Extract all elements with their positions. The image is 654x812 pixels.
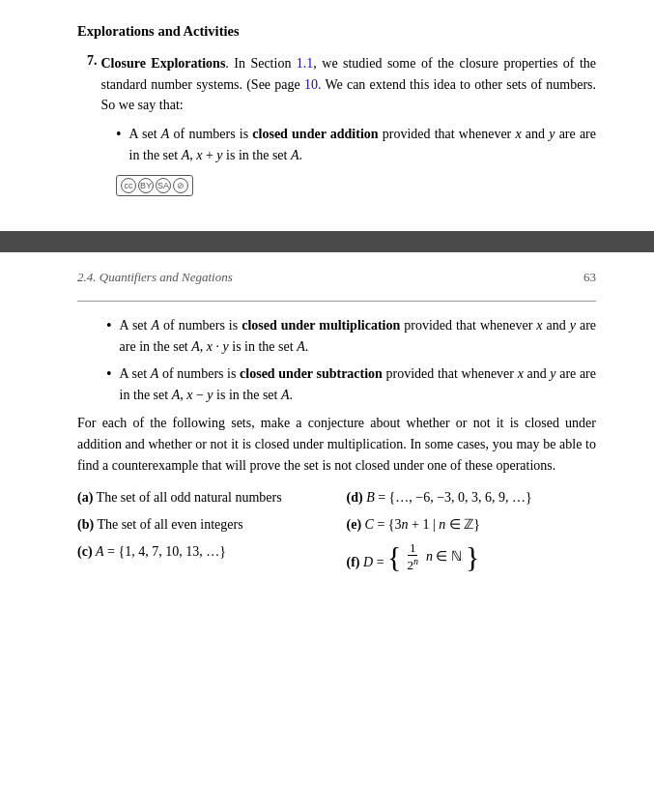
dark-divider [0,231,654,252]
var-y-mult2: y [223,339,229,354]
set-A-sub: A [151,366,159,381]
exercise-b-label: (b) [77,517,94,532]
var-x-sub: x [518,366,524,381]
bullet-addition-text: A set A of numbers is closed under addit… [129,124,596,165]
var-y-mult: y [570,318,576,333]
var-y-sub: y [550,366,555,381]
exercise-a: (a) The set of all odd natural num­bers [77,487,327,508]
exercise-b: (b) The set of all even integers [77,514,327,536]
condition: n ∈ ℕ [426,546,462,567]
var-y2: y [216,148,222,162]
exercise-b-text: The set of all even integers [97,517,242,532]
bullet-item-addition: • A set A of numbers is closed under add… [116,124,596,165]
cc-icon: cc [121,178,136,193]
exercises-col-left: (a) The set of all odd natural num­bers … [77,487,327,579]
var-y: y [549,127,554,141]
exercise-c: (c) A = {1, 4, 7, 10, 13, …} [77,541,327,563]
exercise-c-text: A = {1, 4, 7, 10, 13, …} [96,544,226,559]
exercise-a-label: (a) [77,490,93,505]
bullet-mult-text: A set A of numbers is closed under multi… [120,315,596,357]
license-icon: cc BY SA ⊘ [116,175,193,196]
set-A-mult3: A [297,339,305,354]
bullet-dot-sub: • [106,363,112,385]
set-A-sub2: A [172,388,181,402]
bullet-sub-text: A set A of numbers is closed under subtr… [120,363,596,405]
section-link[interactable]: 1.1 [297,56,314,71]
page-bottom-section: 2.4. Quantifiers and Negations 63 • A se… [0,252,654,597]
bullet-list-top: • A set A of numbers is closed under add… [116,124,596,165]
set-A-mult: A [151,318,159,333]
page-top-section: Explorations and Activities 7. Closure E… [0,0,654,212]
exercise-a-text: The set of all odd natural num­bers [97,490,282,505]
exercise-f-text: D = { 1 2n n ∈ ℕ } [363,555,479,569]
fraction: 1 2n [405,541,420,573]
exercise-f: (f) D = { 1 2n n ∈ ℕ } [347,541,597,573]
set-A: A [161,127,170,141]
set-A3: A [291,148,299,162]
var-y-sub2: y [207,388,213,402]
exercises-col-right: (d) B = {…, −6, −3, 0, 3, 6, 9, …} (e) C… [347,487,597,579]
sa-icon: SA [156,178,171,193]
fraction-expr: 1 2n n ∈ ℕ [405,541,462,573]
exercise-d-text: B = {…, −6, −3, 0, 3, 6, 9, …} [366,490,532,505]
bullet-subtraction: • A set A of numbers is closed under sub… [106,363,596,405]
exercises-row: (a) The set of all odd natural num­bers … [77,487,596,579]
problem-7-title: Closure Explorations [101,56,226,71]
bullet-multiplication: • A set A of numbers is closed under mul… [106,315,596,357]
bottom-divider [77,301,596,302]
exercise-e-label: (e) [347,517,362,532]
page-link[interactable]: 10. [304,77,322,92]
problem-7-line: 7. Closure Explorations. In Section 1.1,… [87,53,596,116]
superscript-n: n [413,556,418,566]
nd-icon: ⊘ [173,178,188,193]
page-header-left: 2.4. Quantifiers and Negations [77,270,233,285]
closed-addition-label: closed under addition [252,127,378,141]
set-A-mult2: A [191,339,200,354]
exercise-d: (d) B = {…, −6, −3, 0, 3, 6, 9, …} [347,487,597,508]
exercise-e: (e) C = {3n + 1 | n ∈ ℤ} [347,514,597,536]
set-brace-open: { 1 2n n ∈ ℕ } [387,541,479,573]
exercise-c-label: (c) [77,544,93,559]
exercise-f-label: (f) [347,555,360,569]
expr-xminusy: x [186,388,192,402]
bullet-list-bottom: • A set A of numbers is closed under mul… [106,315,596,405]
left-brace: { [387,542,401,571]
right-brace: } [466,542,479,571]
set-A-sub3: A [281,388,290,402]
problem-7-text: Closure Explorations. In Section 1.1, we… [101,53,597,116]
section-title: Explorations and Activities [77,23,596,40]
closed-mult-label: closed under multiplication [242,318,400,333]
var-n: n [426,549,433,564]
exercise-d-label: (d) [347,490,363,505]
var-x: x [515,127,521,141]
numerator: 1 [408,541,418,556]
problem-7-block: 7. Closure Explorations. In Section 1.1,… [87,53,596,196]
expr-xy: x [207,339,213,354]
closed-sub-label: closed under subtraction [240,366,383,381]
page-header-row: 2.4. Quantifiers and Negations 63 [77,270,596,285]
bullet-dot-mult: • [106,315,112,336]
body-text: For each of the following sets, make a c… [77,413,596,476]
exercise-e-text: C = {3n + 1 | n ∈ ℤ} [365,517,480,532]
denominator: 2n [405,556,420,573]
bullet-dot: • [116,124,122,145]
page-number: 63 [583,270,596,285]
intro-text: In Section [234,56,297,71]
expr-xplusy: x [196,148,202,162]
set-A2: A [182,148,190,162]
var-x-mult: x [536,318,542,333]
problem-number: 7. [87,53,98,69]
license-block: cc BY SA ⊘ [116,175,596,196]
by-icon: BY [138,178,154,193]
